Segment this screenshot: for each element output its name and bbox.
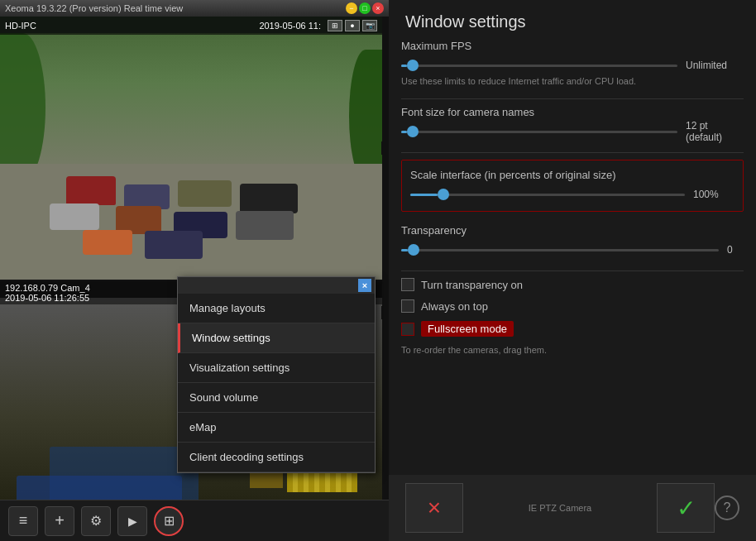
camera-top-icons: ⊞ ● 📷 bbox=[328, 20, 377, 31]
always-on-top-row: Always on top bbox=[401, 299, 744, 313]
camera-bottom-side-number: 192 bbox=[381, 306, 382, 319]
menu-item-emap[interactable]: eMap bbox=[178, 413, 375, 443]
scale-slider-track bbox=[410, 194, 685, 196]
toolbar-play-btn[interactable]: ▶ bbox=[117, 506, 147, 536]
camera-bottom-label: 192.168.0.79 Cam_4 bbox=[5, 283, 90, 293]
transparency-toggle-checkbox[interactable] bbox=[401, 278, 414, 291]
transparency-toggle-row: Turn transparency on bbox=[401, 278, 744, 291]
fps-label: Maximum FPS bbox=[401, 40, 744, 52]
transparency-toggle-label: Turn transparency on bbox=[421, 279, 523, 291]
transparency-setting: Transparency 0 bbox=[401, 224, 744, 258]
transparency-slider-container: 0 bbox=[401, 242, 744, 258]
left-panel: HD-IPC 2019-05-06 11: ⊞ ● 📷 bbox=[0, 0, 389, 541]
fontsize-slider-track bbox=[401, 131, 677, 133]
fps-slider-track bbox=[401, 65, 677, 67]
context-menu-close-btn[interactable]: × bbox=[358, 279, 371, 292]
fps-slider-thumb[interactable] bbox=[407, 60, 419, 71]
always-on-top-label: Always on top bbox=[421, 300, 488, 313]
camera-top: HD-IPC 2019-05-06 11: ⊞ ● 📷 bbox=[0, 17, 382, 280]
fps-note: Use these limits to reduce Internet traf… bbox=[401, 76, 744, 86]
scale-label: Scale interface (in percents of original… bbox=[410, 169, 734, 181]
transparency-slider-fill bbox=[401, 249, 408, 251]
transparency-label: Transparency bbox=[401, 224, 744, 237]
menu-item-client-decoding[interactable]: Client decoding settings bbox=[178, 443, 375, 472]
transparency-slider-track bbox=[401, 249, 719, 251]
app-title: Xeoma 19.3.22 (Pro version) Real time vi… bbox=[5, 3, 183, 13]
camera-top-label: HD-IPC bbox=[5, 21, 36, 31]
fontsize-slider-container: 12 pt(default) bbox=[401, 123, 744, 140]
toolbar-settings-btn[interactable]: ⚙ bbox=[81, 506, 111, 536]
menu-item-manage-layouts[interactable]: Manage layouts bbox=[178, 294, 375, 323]
always-on-top-checkbox[interactable] bbox=[401, 299, 414, 313]
cancel-btn[interactable]: × bbox=[405, 483, 463, 533]
fps-setting: Maximum FPS Unlimited Use these limits t… bbox=[401, 40, 744, 86]
toolbar-list-view-btn[interactable]: ≡ bbox=[8, 506, 38, 536]
cam-icon-record[interactable]: ● bbox=[345, 20, 360, 31]
scale-slider-fill bbox=[410, 194, 438, 196]
fontsize-label: Font size for camera names bbox=[401, 106, 744, 118]
fullscreen-mode-checkbox[interactable] bbox=[401, 323, 414, 336]
fontsize-slider-thumb[interactable] bbox=[407, 126, 419, 137]
cam-icon-snapshot[interactable]: 📷 bbox=[362, 20, 377, 31]
fontsize-setting: Font size for camera names 12 pt(default… bbox=[401, 106, 744, 140]
fullscreen-mode-row: Fullscreen mode bbox=[401, 321, 744, 337]
context-menu: × Manage layouts Window settings Visuali… bbox=[177, 276, 376, 473]
scale-slider-container: 100% bbox=[410, 186, 734, 203]
maximize-btn[interactable]: □ bbox=[359, 2, 371, 14]
fps-slider-container: Unlimited bbox=[401, 57, 744, 74]
camera-top-titlebar: HD-IPC 2019-05-06 11: ⊞ ● 📷 bbox=[0, 17, 382, 35]
toolbar-add-btn[interactable]: + bbox=[45, 506, 74, 536]
app-titlebar: Xeoma 19.3.22 (Pro version) Real time vi… bbox=[0, 0, 389, 17]
context-menu-header: × bbox=[178, 277, 375, 294]
close-btn[interactable]: × bbox=[372, 2, 384, 14]
transparency-slider-value: 0 bbox=[727, 244, 733, 256]
minimize-btn[interactable]: − bbox=[346, 2, 357, 14]
settings-content: Maximum FPS Unlimited Use these limits t… bbox=[389, 40, 756, 355]
camera-top-side-number: 192 bbox=[381, 141, 382, 155]
fullscreen-mode-label: Fullscreen mode bbox=[421, 321, 514, 337]
confirm-btn[interactable]: ✓ bbox=[657, 483, 715, 533]
bottom-center: IE PTZ Camera bbox=[463, 503, 657, 513]
transparency-slider-thumb[interactable] bbox=[408, 244, 419, 256]
fontsize-slider-value: 12 pt(default) bbox=[686, 120, 722, 143]
camera-top-time: 2019-05-06 11: bbox=[259, 21, 321, 31]
scale-section: Scale interface (in percents of original… bbox=[401, 160, 744, 212]
camera-bottom-datetime: 2019-05-06 11:26:55 bbox=[5, 293, 89, 303]
settings-title: Window settings bbox=[389, 0, 756, 40]
titlebar-controls: − □ × bbox=[346, 2, 384, 14]
scale-slider-thumb[interactable] bbox=[438, 189, 449, 200]
bottom-action-bar: × IE PTZ Camera ✓ ? bbox=[389, 475, 756, 541]
scale-slider-value: 100% bbox=[693, 189, 719, 200]
cam-icon-fullscreen[interactable]: ⊞ bbox=[328, 20, 342, 31]
bottom-toolbar: ≡ + ⚙ ▶ ⊞ bbox=[0, 500, 389, 541]
toolbar-grid-view-btn[interactable]: ⊞ bbox=[154, 506, 184, 536]
right-panel: Window settings Maximum FPS Unlimited Us… bbox=[389, 0, 756, 475]
menu-item-visualization-settings[interactable]: Visualization settings bbox=[178, 353, 375, 383]
camera-top-image bbox=[0, 33, 382, 280]
menu-item-window-settings[interactable]: Window settings bbox=[178, 323, 375, 353]
fps-slider-value: Unlimited bbox=[686, 60, 727, 71]
ptz-camera-label: IE PTZ Camera bbox=[529, 503, 591, 513]
fps-slider-fill bbox=[401, 65, 407, 67]
help-btn[interactable]: ? bbox=[715, 496, 739, 520]
fontsize-slider-fill bbox=[401, 131, 407, 133]
drag-note: To re-order the cameras, drag them. bbox=[401, 345, 744, 355]
menu-item-sound-volume[interactable]: Sound volume bbox=[178, 383, 375, 413]
